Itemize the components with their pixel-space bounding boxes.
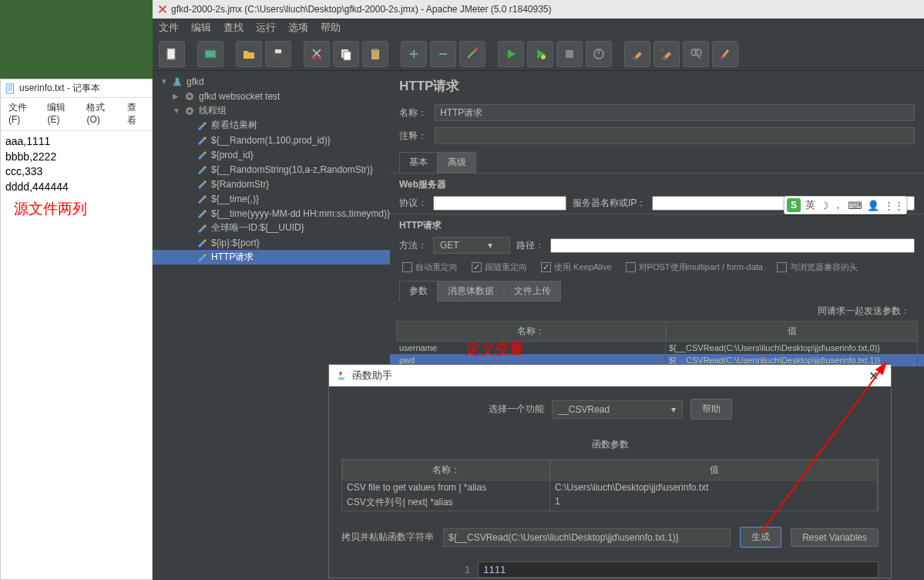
toolbar-new[interactable] bbox=[159, 41, 185, 67]
tab-upload[interactable]: 文件上传 bbox=[504, 281, 561, 302]
svg-point-14 bbox=[475, 48, 478, 51]
toolbar-expand[interactable] bbox=[401, 41, 427, 67]
ime-punct-icon[interactable]: ， bbox=[833, 198, 843, 212]
ime-logo-icon[interactable]: S bbox=[787, 198, 801, 212]
tree-item[interactable]: 察看结果树 bbox=[153, 118, 390, 133]
tree-item[interactable]: ▼gfkd bbox=[153, 74, 390, 89]
toolbar-search[interactable] bbox=[683, 41, 709, 67]
reset-button[interactable]: Reset Variables bbox=[791, 528, 879, 547]
ime-moon-icon[interactable]: ☽ bbox=[820, 200, 829, 211]
toolbar-stop[interactable] bbox=[556, 41, 583, 67]
tree-item[interactable]: 全球唯一ID:${__UUID} bbox=[153, 221, 390, 235]
toolbar-templates[interactable] bbox=[197, 41, 223, 67]
tab-body[interactable]: 消息体数据 bbox=[438, 281, 504, 302]
tab-basic[interactable]: 基本 bbox=[399, 152, 438, 173]
help-button[interactable]: 帮助 bbox=[690, 399, 732, 420]
jmeter-titlebar: gfkd-2000-2s.jmx (C:\Users\liuch\Desktop… bbox=[153, 0, 924, 19]
toolbar-open[interactable] bbox=[236, 41, 262, 67]
tree-item[interactable]: ${prod_id} bbox=[153, 147, 390, 162]
tree-item[interactable]: ▼线程组 bbox=[153, 103, 390, 118]
notepad-titlebar: userinfo.txt - 记事本 bbox=[1, 79, 152, 98]
protocol-input[interactable] bbox=[433, 196, 566, 211]
dialog-close-button[interactable]: ✕ bbox=[862, 369, 885, 383]
toolbar-cut[interactable] bbox=[304, 41, 330, 67]
ime-keyboard-icon[interactable]: ⌨ bbox=[848, 200, 862, 211]
tree-item[interactable]: ${ip}:${port} bbox=[153, 235, 390, 250]
toolbar-start[interactable] bbox=[498, 41, 524, 67]
tree-item[interactable]: ${__time(,)} bbox=[153, 191, 390, 206]
file-line: ccc,333 bbox=[5, 164, 147, 180]
name-input[interactable] bbox=[435, 104, 915, 121]
tree-item[interactable]: ${__RandomString(10,a-z,RandomStr)} bbox=[153, 162, 390, 177]
chk-keepalive[interactable] bbox=[541, 262, 551, 272]
tab-params[interactable]: 参数 bbox=[399, 281, 438, 302]
menu-search[interactable]: 查找 bbox=[223, 21, 244, 35]
menu-file[interactable]: 文件 bbox=[159, 21, 179, 35]
svg-point-28 bbox=[188, 110, 191, 113]
method-select[interactable]: GET▾ bbox=[433, 237, 510, 254]
file-line: bbbb,2222 bbox=[5, 150, 147, 165]
generate-button[interactable]: 生成 bbox=[740, 527, 781, 548]
toolbar-shutdown[interactable] bbox=[586, 41, 612, 67]
toolbar-function[interactable] bbox=[712, 41, 738, 67]
menu-run[interactable]: 运行 bbox=[256, 21, 276, 35]
notepad-menu-format[interactable]: 格式(O) bbox=[82, 99, 120, 129]
jmeter-app-icon bbox=[157, 4, 168, 15]
menu-help[interactable]: 帮助 bbox=[321, 21, 341, 35]
ime-menu-icon[interactable]: ⋮⋮ bbox=[884, 200, 904, 211]
menu-edit[interactable]: 编辑 bbox=[191, 21, 211, 35]
notepad-menu-view[interactable]: 查看 bbox=[123, 99, 149, 129]
jmeter-menubar: 文件 编辑 查找 运行 选项 帮助 bbox=[153, 19, 924, 37]
ime-person-icon[interactable]: 👤 bbox=[867, 200, 879, 211]
dlg-param-value[interactable]: 1 bbox=[550, 494, 878, 511]
svg-rect-11 bbox=[344, 52, 351, 60]
dlg-param-value[interactable]: C:\Users\liuch\Desktop\jjd\userinfo.txt bbox=[550, 481, 878, 494]
toolbar-clear-all[interactable] bbox=[654, 41, 680, 67]
chk-multipart[interactable] bbox=[626, 262, 636, 272]
tab-advanced[interactable]: 高级 bbox=[438, 152, 476, 173]
chk-browser-header[interactable] bbox=[777, 262, 787, 272]
svg-rect-20 bbox=[661, 57, 666, 59]
chk-follow-redirect[interactable] bbox=[472, 262, 482, 272]
svg-rect-7 bbox=[275, 49, 281, 53]
chk-auto-redirect[interactable] bbox=[402, 262, 412, 272]
notepad-content[interactable]: aaa,1111 bbbb,2222 ccc,333 dddd,444444 bbox=[1, 131, 152, 197]
tree-item[interactable]: ${RandomStr} bbox=[153, 177, 390, 191]
dlg-param-name[interactable]: CSV file to get values from | *alias bbox=[342, 481, 550, 494]
toolbar-paste[interactable] bbox=[362, 41, 388, 67]
param-name-cell[interactable]: username bbox=[396, 342, 666, 354]
http-req-section: HTTP请求 bbox=[390, 214, 924, 234]
tree-item[interactable]: ▶gfkd websocket test bbox=[153, 89, 390, 103]
toolbar-toggle[interactable] bbox=[459, 41, 486, 67]
ime-floating-bar[interactable]: S 英 ☽ ， ⌨ 👤 ⋮⋮ bbox=[784, 196, 907, 214]
tree-item[interactable]: ${__Random(1,100,prod_id)} bbox=[153, 133, 390, 147]
tree-item[interactable]: HTTP请求 bbox=[153, 250, 390, 265]
param-value-cell[interactable]: ${__CSVRead(C:\Users\liuch\Desktop\jjd\u… bbox=[666, 342, 918, 354]
comment-input[interactable] bbox=[435, 127, 915, 144]
panel-title: HTTP请求 bbox=[390, 71, 924, 101]
svg-rect-0 bbox=[7, 83, 14, 93]
toolbar-collapse[interactable] bbox=[430, 41, 456, 67]
function-string-input[interactable] bbox=[443, 528, 731, 547]
annotation-source-cols: 源文件两列 bbox=[14, 199, 87, 219]
notepad-menu-file[interactable]: 文件(F) bbox=[4, 99, 41, 129]
send-with-label: 同请求一起发送参数： bbox=[390, 302, 924, 321]
path-input[interactable] bbox=[550, 238, 915, 253]
toolbar-clear[interactable] bbox=[624, 41, 650, 67]
function-select[interactable]: __CSVRead▾ bbox=[552, 400, 683, 419]
toolbar-start-no-timer[interactable] bbox=[527, 41, 553, 67]
ime-lang[interactable]: 英 bbox=[805, 198, 815, 212]
dialog-titlebar[interactable]: 函数助手 ✕ bbox=[329, 365, 891, 386]
th-name: 名称： bbox=[396, 321, 666, 342]
path-label: 路径： bbox=[516, 239, 544, 252]
svg-rect-16 bbox=[566, 50, 573, 58]
toolbar-save[interactable] bbox=[265, 41, 291, 67]
toolbar-copy[interactable] bbox=[333, 41, 359, 67]
notepad-menu-edit[interactable]: 编辑(E) bbox=[42, 99, 80, 129]
dlg-param-name[interactable]: CSV文件列号| next| *alias bbox=[342, 494, 550, 511]
copy-label: 拷贝并粘贴函数字符串 bbox=[341, 531, 434, 544]
menu-options[interactable]: 选项 bbox=[288, 21, 308, 35]
tree-item[interactable]: ${__time(yyyy-MM-dd HH:mm:ss,timeymd)} bbox=[153, 206, 390, 221]
notepad-icon bbox=[5, 83, 16, 94]
function-helper-dialog: 函数助手 ✕ 选择一个功能 __CSVRead▾ 帮助 函数参数 名称： 值 C… bbox=[328, 364, 892, 578]
